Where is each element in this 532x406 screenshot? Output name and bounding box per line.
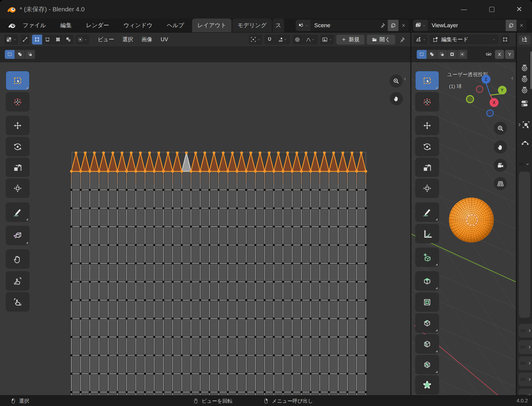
collapsed-panel-row-1[interactable] xyxy=(519,340,532,354)
uv-sticky-mode-dropdown[interactable] xyxy=(76,35,89,45)
image-open-button[interactable]: 開く xyxy=(367,35,395,45)
uv-editor-type-dropdown[interactable] xyxy=(4,35,18,45)
outliner-display-mode-button[interactable] xyxy=(519,35,531,45)
uv-menu-3[interactable]: UV xyxy=(160,36,169,43)
unlink-button[interactable] xyxy=(398,20,409,31)
viewport-sidebar-collapse-arrow[interactable] xyxy=(510,76,515,82)
workspace-tab-2[interactable]: ス xyxy=(273,19,284,32)
vp-tool-inset-faces[interactable] xyxy=(416,293,439,312)
uv-menu-2[interactable]: 画像 xyxy=(141,36,153,43)
maximize-button[interactable] xyxy=(486,0,498,19)
uv-tool-scale[interactable] xyxy=(6,158,29,177)
selector-value[interactable]: ViewLayer xyxy=(428,20,506,31)
vp-tool-add-cube[interactable] xyxy=(416,248,439,267)
menu-item-2[interactable]: レンダー xyxy=(85,22,110,29)
vp-boxopt-subtract-button[interactable] xyxy=(437,50,447,59)
uv-editor-canvas[interactable] xyxy=(0,62,410,395)
vp-boxopt-intersect-button[interactable] xyxy=(457,50,467,59)
menu-item-4[interactable]: ヘルプ xyxy=(166,22,185,29)
uv-tool-rip-region[interactable] xyxy=(6,226,29,245)
vertex-select-mode-button[interactable] xyxy=(501,35,510,45)
pin-toggle[interactable] xyxy=(378,20,388,31)
mode-dropdown[interactable]: 編集モード xyxy=(430,35,499,45)
gizmo-axis-x[interactable]: X xyxy=(490,98,499,107)
snap-toggle[interactable] xyxy=(265,35,275,45)
panel-collapse-chevron[interactable] xyxy=(525,161,530,167)
vp-tool-annotate[interactable] xyxy=(416,203,439,222)
menu-item-1[interactable]: 編集 xyxy=(60,22,72,29)
snap-with-dropdown[interactable] xyxy=(275,35,290,45)
vp-boxopt-new-button[interactable] xyxy=(417,50,427,59)
viewport-zoom-button[interactable] xyxy=(494,122,507,135)
vp-tool-scale[interactable] xyxy=(416,158,439,177)
collapsed-panel-row-4[interactable] xyxy=(519,389,532,395)
gizmo-axis-z-neg[interactable] xyxy=(486,109,494,117)
selector-icon-dropdown[interactable] xyxy=(413,20,428,31)
workspace-tab-1[interactable]: モデリング xyxy=(232,19,272,32)
properties-scroll-track[interactable] xyxy=(519,172,530,318)
mirror-x-toggle[interactable]: X xyxy=(495,50,504,59)
mirror-y-toggle[interactable]: Y xyxy=(505,50,514,59)
unlink-button[interactable] xyxy=(516,20,527,31)
vp-tool-poly-build[interactable] xyxy=(416,376,439,394)
vp-tool-loop-cut[interactable] xyxy=(416,335,439,353)
properties-tab-scene[interactable] xyxy=(520,99,529,108)
proportional-editing-toggle[interactable] xyxy=(292,35,303,45)
uv-boxopt-subtract-button[interactable] xyxy=(25,50,35,59)
vp-boxopt-invert-button[interactable] xyxy=(447,50,457,59)
properties-tab-tool[interactable] xyxy=(522,120,531,129)
vp-boxopt-extend-button[interactable] xyxy=(427,50,437,59)
uv-tool-rotate[interactable] xyxy=(6,137,29,156)
vp-tool-knife[interactable] xyxy=(416,355,439,374)
uv-menu-0[interactable]: ビュー xyxy=(97,36,115,43)
viewport-toggle-ortho-button[interactable] xyxy=(494,177,507,190)
vp-tool-box-select[interactable] xyxy=(416,71,439,90)
uv-tool-pinch[interactable] xyxy=(6,292,29,311)
uv-select-mode-mode-edge[interactable] xyxy=(42,35,53,45)
selector-icon-dropdown[interactable] xyxy=(296,20,310,31)
image-browse-dropdown[interactable] xyxy=(320,35,334,45)
properties-tab-data[interactable] xyxy=(521,138,530,146)
minimize-button[interactable]: — xyxy=(458,0,470,19)
uv-tool-transform[interactable] xyxy=(6,179,29,198)
uv-zoom-button[interactable] xyxy=(390,74,403,88)
panel-grip[interactable] xyxy=(518,161,525,167)
collapsed-panel-row-2[interactable] xyxy=(519,356,532,370)
uv-select-mode-mode-island[interactable] xyxy=(63,35,73,45)
viewport-canvas[interactable]: ユーザー透視投影(1) 球ZYX xyxy=(411,62,516,395)
proportional-falloff-dropdown[interactable] xyxy=(303,35,318,45)
uv-tool-box-select[interactable] xyxy=(6,71,29,90)
uv-tool-relax[interactable] xyxy=(6,271,29,290)
vp-tool-move[interactable] xyxy=(416,116,439,135)
uv-tool-grab[interactable] xyxy=(6,250,29,268)
menu-item-3[interactable]: ウィンドウ xyxy=(123,22,153,29)
properties-tab-view-layer[interactable] xyxy=(520,86,529,94)
close-button[interactable]: ✕ xyxy=(513,0,525,19)
uv-pan-button[interactable] xyxy=(390,92,403,105)
vp-tool-measure[interactable] xyxy=(416,224,439,243)
vp-tool-rotate[interactable] xyxy=(416,137,439,156)
vp-tool-cursor-3d[interactable] xyxy=(416,92,439,111)
gizmo-axis-x-neg[interactable] xyxy=(476,86,483,93)
properties-tab-output[interactable] xyxy=(520,74,529,83)
image-pin-toggle[interactable] xyxy=(398,35,407,45)
gizmo-axis-y[interactable]: Y xyxy=(498,86,507,94)
blender-menu-logo-icon[interactable] xyxy=(8,21,16,30)
viewport-camera-view-button[interactable] xyxy=(494,159,507,172)
uv-tool-move[interactable] xyxy=(6,116,29,135)
collapsed-panel-row-0[interactable] xyxy=(519,324,532,338)
selector-value[interactable]: Scene xyxy=(310,20,378,31)
outliner-scrollbar[interactable] xyxy=(531,51,532,89)
uv-boxopt-extend-button[interactable] xyxy=(15,50,25,59)
uv-select-mode-mode-face[interactable] xyxy=(53,35,63,45)
viewport-editor-type-dropdown[interactable] xyxy=(414,35,428,45)
vp-tool-transform[interactable] xyxy=(416,179,439,198)
menu-item-0[interactable]: ファイル xyxy=(22,22,47,29)
gizmo-axis-y-neg[interactable] xyxy=(466,95,474,103)
uv-select-mode-mode-vertex[interactable] xyxy=(32,35,42,45)
gizmo-axis-z[interactable]: Z xyxy=(482,75,490,84)
uv-tool-annotate[interactable] xyxy=(6,203,29,222)
collapsed-panel-row-3[interactable] xyxy=(519,373,532,386)
new-copy-button[interactable] xyxy=(506,20,516,31)
workspace-tab-0[interactable]: レイアウト xyxy=(192,19,231,32)
